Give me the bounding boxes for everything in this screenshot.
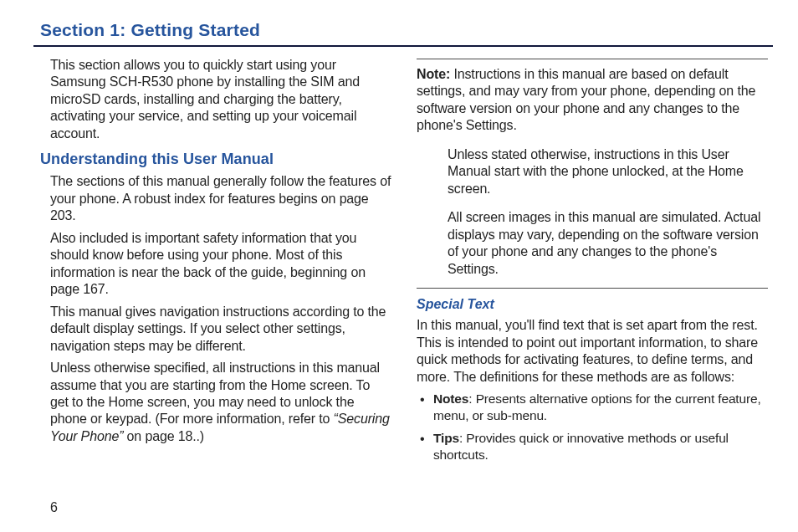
right-column: Note: Instructions in this manual are ba… xyxy=(417,52,768,469)
section-title: Section 1: Getting Started xyxy=(40,20,770,40)
list-item: Tips: Provides quick or innovative metho… xyxy=(417,430,768,464)
note-text: Instructions in this manual are based on… xyxy=(417,67,755,132)
intro-paragraph: This section allows you to quickly start… xyxy=(50,57,391,142)
list-item: Notes: Presents alternative options for … xyxy=(417,391,768,425)
bullet-desc: : Presents alternative options for the c… xyxy=(433,391,761,422)
two-column-layout: This section allows you to quickly start… xyxy=(40,52,770,469)
note-paragraph: Note: Instructions in this manual are ba… xyxy=(417,66,768,135)
note-block: Note: Instructions in this manual are ba… xyxy=(417,59,768,289)
title-rule xyxy=(33,45,773,47)
paragraph: Also included is important safety inform… xyxy=(50,230,391,299)
bullet-term: Tips xyxy=(433,431,459,445)
bullet-list: Notes: Presents alternative options for … xyxy=(417,391,768,464)
manual-page: Section 1: Getting Started This section … xyxy=(0,0,798,532)
note-paragraph: All screen images in this manual are sim… xyxy=(417,209,768,278)
page-number: 6 xyxy=(50,500,58,515)
text-run: Unless otherwise specified, all instruct… xyxy=(50,361,380,426)
heading-understanding-manual: Understanding this User Manual xyxy=(40,151,391,168)
text-run: on page 18..) xyxy=(123,429,204,443)
left-column: This section allows you to quickly start… xyxy=(40,52,391,469)
paragraph: Unless otherwise specified, all instruct… xyxy=(50,360,391,445)
bullet-desc: : Provides quick or innovative methods o… xyxy=(433,431,729,462)
bullet-term: Notes xyxy=(433,391,468,406)
paragraph: In this manual, you'll find text that is… xyxy=(417,317,768,386)
heading-special-text: Special Text xyxy=(417,297,768,312)
paragraph: The sections of this manual generally fo… xyxy=(50,173,391,224)
note-paragraph: Unless stated otherwise, instructions in… xyxy=(417,146,768,197)
paragraph: This manual gives navigation instruction… xyxy=(50,304,391,355)
note-label: Note: xyxy=(417,67,450,81)
